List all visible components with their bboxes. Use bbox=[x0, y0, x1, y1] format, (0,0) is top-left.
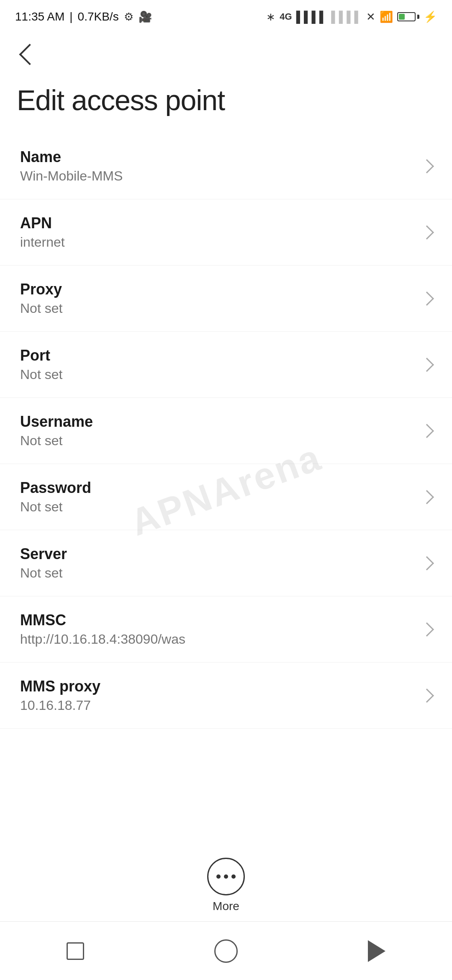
settings-item-content: ServerNot set bbox=[20, 545, 413, 581]
settings-item-label: MMSC bbox=[20, 611, 413, 629]
settings-item-content: MMS proxy10.16.18.77 bbox=[20, 678, 413, 713]
settings-icon: ⚙ bbox=[124, 10, 134, 23]
wifi-icon: 📶 bbox=[380, 10, 393, 23]
recents-icon bbox=[67, 942, 84, 960]
settings-item[interactable]: PasswordNot set bbox=[0, 464, 452, 530]
wifi-x-icon: ✕ bbox=[366, 10, 375, 23]
settings-item[interactable]: PortNot set bbox=[0, 332, 452, 398]
recents-button[interactable] bbox=[59, 934, 92, 968]
settings-item-content: APNinternet bbox=[20, 214, 413, 250]
chevron-right-icon bbox=[420, 556, 434, 570]
settings-item[interactable]: NameWin-Mobile-MMS bbox=[0, 133, 452, 199]
status-bar: 11:35 AM | 0.7KB/s ⚙ 🎥 ∗ 4G ▌▌▌▌ ▌▌▌▌ ✕ … bbox=[0, 0, 452, 34]
back-nav-icon bbox=[368, 940, 385, 962]
page-title: Edit access point bbox=[0, 75, 452, 133]
separator: | bbox=[69, 10, 72, 23]
settings-item-value: Not set bbox=[20, 367, 413, 382]
status-left: 11:35 AM | 0.7KB/s ⚙ 🎥 bbox=[15, 10, 152, 23]
chevron-right-icon bbox=[420, 159, 434, 173]
speed-text: 0.7KB/s bbox=[78, 10, 119, 23]
back-arrow-icon bbox=[19, 44, 41, 65]
settings-item-content: PasswordNot set bbox=[20, 479, 413, 515]
settings-item-label: MMS proxy bbox=[20, 678, 413, 695]
settings-item-value: 10.16.18.77 bbox=[20, 698, 413, 713]
more-dot-2 bbox=[224, 874, 228, 879]
chevron-right-icon bbox=[420, 291, 434, 306]
settings-item[interactable]: MMS proxy10.16.18.77 bbox=[0, 663, 452, 729]
more-dot-1 bbox=[216, 874, 221, 879]
more-dot-3 bbox=[231, 874, 236, 879]
chevron-right-icon bbox=[420, 424, 434, 438]
settings-item[interactable]: UsernameNot set bbox=[0, 398, 452, 464]
settings-item-label: Server bbox=[20, 545, 413, 563]
chevron-right-icon bbox=[420, 689, 434, 703]
chevron-right-icon bbox=[420, 225, 434, 240]
settings-item[interactable]: ServerNot set bbox=[0, 530, 452, 596]
settings-item-content: MMSChttp://10.16.18.4:38090/was bbox=[20, 611, 413, 647]
settings-item[interactable]: APNinternet bbox=[0, 199, 452, 266]
settings-item-value: internet bbox=[20, 235, 413, 250]
chevron-right-icon bbox=[420, 490, 434, 504]
settings-item-label: APN bbox=[20, 214, 413, 232]
battery-icon bbox=[397, 12, 419, 21]
home-button[interactable] bbox=[209, 934, 243, 968]
signal-bars-icon: ▌▌▌▌ bbox=[296, 10, 327, 23]
settings-item-content: PortNot set bbox=[20, 347, 413, 382]
settings-item-value: Not set bbox=[20, 301, 413, 316]
bluetooth-icon: ∗ bbox=[266, 10, 275, 23]
settings-item-value: Not set bbox=[20, 565, 413, 581]
settings-item-content: ProxyNot set bbox=[20, 281, 413, 316]
chevron-right-icon bbox=[420, 622, 434, 637]
battery-tip bbox=[417, 15, 419, 19]
camera-icon: 🎥 bbox=[139, 10, 152, 23]
settings-item-content: UsernameNot set bbox=[20, 413, 413, 449]
more-circle-icon bbox=[207, 858, 245, 895]
settings-item-value: Not set bbox=[20, 499, 413, 515]
nav-bar bbox=[0, 921, 452, 980]
settings-item-label: Port bbox=[20, 347, 413, 364]
settings-item[interactable]: ProxyNot set bbox=[0, 266, 452, 332]
settings-item-value: http://10.16.18.4:38090/was bbox=[20, 632, 413, 647]
back-button[interactable] bbox=[15, 40, 44, 69]
more-button[interactable]: More bbox=[207, 858, 245, 913]
settings-item-label: Proxy bbox=[20, 281, 413, 298]
settings-item-label: Password bbox=[20, 479, 413, 497]
status-right: ∗ 4G ▌▌▌▌ ▌▌▌▌ ✕ 📶 ⚡ bbox=[266, 10, 437, 23]
time-text: 11:35 AM bbox=[15, 10, 64, 23]
settings-item-value: Not set bbox=[20, 433, 413, 449]
settings-item-value: Win-Mobile-MMS bbox=[20, 168, 413, 184]
charging-icon: ⚡ bbox=[424, 10, 437, 23]
settings-item-label: Name bbox=[20, 148, 413, 166]
home-icon bbox=[214, 939, 238, 963]
settings-item[interactable]: MMSChttp://10.16.18.4:38090/was bbox=[0, 596, 452, 663]
more-label: More bbox=[213, 900, 239, 913]
toolbar bbox=[0, 34, 452, 75]
signal-4g-icon: 4G bbox=[280, 11, 292, 22]
settings-list: NameWin-Mobile-MMSAPNinternetProxyNot se… bbox=[0, 133, 452, 729]
signal-bars2-icon: ▌▌▌▌ bbox=[331, 10, 362, 23]
settings-item-content: NameWin-Mobile-MMS bbox=[20, 148, 413, 184]
settings-item-label: Username bbox=[20, 413, 413, 431]
battery-body bbox=[397, 12, 416, 21]
back-nav-button[interactable] bbox=[360, 934, 393, 968]
battery-fill bbox=[399, 14, 405, 20]
chevron-right-icon bbox=[420, 358, 434, 372]
